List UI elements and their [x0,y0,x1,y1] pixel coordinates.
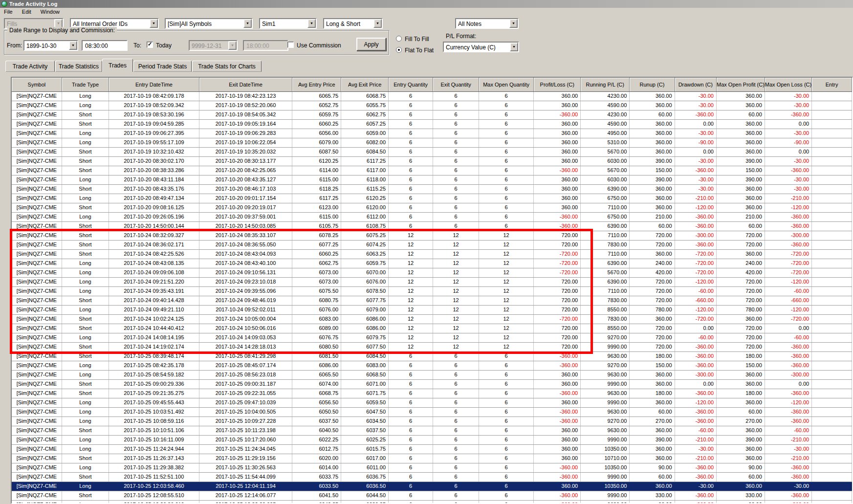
table-row[interactable]: [Sim]NQZ7-CMELong2017-10-25 10:16:11.009… [12,435,852,444]
table-row[interactable]: [Sim]NQZ7-CMELong2017-10-20 09:26:05.196… [12,212,852,221]
tab-period-trade-stats[interactable]: Period Trade Stats [133,61,192,72]
table-row[interactable]: [Sim]NQZ7-CMEShort2017-10-24 10:02:24.12… [12,314,852,324]
table-row[interactable]: [Sim]NQZ7-CMELong2017-10-24 09:21:51.220… [12,277,852,286]
menu-item-file[interactable]: File [0,8,17,15]
table-row[interactable]: [Sim]NQZ7-CMEShort2017-10-19 08:53:30.19… [12,110,852,119]
table-row[interactable]: [Sim]NQZ7-CMEShort2017-10-19 10:32:10.43… [12,147,852,156]
fill-to-fill-radio[interactable] [396,36,402,42]
column-header[interactable]: Symbol [12,78,62,91]
chevron-down-icon [373,19,382,28]
from-time-input[interactable]: 08:30:00 [82,40,128,51]
menu-item-edit[interactable]: Edit [18,8,35,15]
table-row[interactable]: [Sim]NQZ7-CMELong2017-10-25 09:45:55.443… [12,398,852,407]
chevron-down-icon [307,19,316,28]
flat-to-flat-radio[interactable] [396,47,402,53]
use-commission-label[interactable]: Use Commission [297,42,341,49]
table-row[interactable]: [Sim]NQZ7-CMELong2017-10-25 11:29:38.382… [12,463,852,472]
table-row[interactable]: [Sim]NQZ7-CMELong2017-10-25 10:08:59.116… [12,416,852,426]
table-row[interactable]: [Sim]NQZ7-CMEShort2017-10-24 08:36:02.17… [12,240,852,249]
column-header[interactable]: Runup (C) [630,78,675,91]
table-row[interactable]: [Sim]NQZ7-CMEShort2017-10-25 11:26:37.14… [12,454,852,463]
table-row[interactable]: [Sim]NQZ7-CMEShort2017-10-25 11:52:51.10… [12,472,852,482]
table-row[interactable]: [Sim]NQZ7-CMEShort2017-10-25 10:10:51.10… [12,426,852,435]
tab-trades[interactable]: Trades [102,59,133,72]
today-checkbox[interactable] [147,42,153,48]
table-row[interactable]: [Sim]NQZ7-CMELong2017-10-20 08:49:47.134… [12,194,852,203]
column-header[interactable]: Entry Quantity [389,78,433,91]
notes-dropdown[interactable]: All Notes [455,18,519,29]
table-row[interactable]: [Sim]NQZ7-CMELong2017-10-24 09:49:21.110… [12,305,852,314]
table-header-row: SymbolTrade TypeEntry DateTimeExit DateT… [12,78,852,91]
table-row[interactable]: [Sim]NQZ7-CMEShort2017-10-20 09:08:16.12… [12,203,852,212]
table-row[interactable]: [Sim]NQZ7-CMELong2017-10-19 08:42:09.178… [12,91,852,101]
column-header[interactable]: Entry DateTime [109,78,199,91]
column-header[interactable]: Entry [812,78,852,91]
table-row[interactable]: [Sim]NQZ7-CMEShort2017-10-20 08:38:33.28… [12,166,852,175]
use-commission-checkbox[interactable] [287,42,294,48]
column-header[interactable]: Max Open Quantity [479,78,533,91]
title-bar[interactable]: Trade Activity Log [0,0,853,8]
table-row[interactable]: [Sim]NQZ7-CMELong2017-10-25 08:42:35.178… [12,361,852,370]
table-row[interactable]: [Sim]NQZ7-CMEShort2017-10-24 10:44:40.41… [12,324,852,333]
table-row[interactable]: [Sim]NQZ7-CMEShort2017-10-20 08:30:02.17… [12,156,852,166]
apply-button[interactable]: Apply [356,38,386,51]
to-label: To: [133,42,141,49]
table-row[interactable]: [Sim]NQZ7-CMELong2017-10-20 08:43:11.184… [12,175,852,184]
column-header[interactable]: Profit/Loss (C) [534,78,581,91]
flat-to-flat-label[interactable]: Flat To Flat [405,47,434,54]
column-header[interactable]: Trade Type [62,78,109,91]
table-row[interactable]: [Sim]NQZ7-CMELong2017-10-24 14:08:14.195… [12,333,852,342]
table-row[interactable]: [Sim]NQZ7-CMEShort2017-10-20 08:43:35.17… [12,184,852,194]
table-row[interactable]: [Sim]NQZ7-CMELong2017-10-25 08:54:59.182… [12,370,852,379]
pl-format-dropdown[interactable]: Currency Value (C) [443,42,519,52]
today-checkbox-label[interactable]: Today [156,42,172,49]
table-row[interactable]: [Sim]NQZ7-CMEShort2017-10-24 08:32:09.32… [12,231,852,240]
column-header[interactable]: Max Open Profit (C) [717,78,765,91]
direction-dropdown[interactable]: Long & Short [323,18,383,29]
trade-activity-log-window: Trade Activity Log File Edit Window Fill… [0,0,853,504]
table-row[interactable]: [Sim]NQZ7-CMELong2017-10-25 12:20:36.010… [12,500,852,504]
app-icon [1,1,7,7]
table-row[interactable]: [Sim]NQZ7-CMEShort2017-10-24 09:40:14.42… [12,296,852,305]
table-row[interactable]: [Sim]NQZ7-CMEShort2017-10-19 09:04:59.28… [12,119,852,129]
table-row[interactable]: [Sim]NQZ7-CMELong2017-10-24 09:09:06.108… [12,268,852,277]
table-row[interactable]: [Sim]NQZ7-CMEShort2017-10-24 08:42:25.52… [12,249,852,259]
trades-table: SymbolTrade TypeEntry DateTimeExit DateT… [12,78,852,504]
from-date-dropdown[interactable]: 1899-10-30 [23,40,78,51]
account-dropdown[interactable]: Sim1 [259,18,317,29]
window-title: Trade Activity Log [9,1,58,7]
tab-trade-activity[interactable]: Trade Activity [5,61,55,72]
column-header[interactable]: Exit DateTime [199,78,292,91]
column-header[interactable]: Exit Quantity [433,78,479,91]
table-row[interactable]: [Sim]NQZ7-CMEShort2017-10-25 12:08:55.51… [12,491,852,500]
table-row[interactable]: [Sim]NQZ7-CMEShort2017-10-25 09:21:35.27… [12,389,852,398]
from-label: From: [7,42,22,49]
table-row[interactable]: [Sim]NQZ7-CMEShort2017-10-24 14:19:02.17… [12,342,852,351]
table-row[interactable]: [Sim]NQZ7-CMELong2017-10-25 12:03:58.460… [12,482,852,491]
menu-bar: File Edit Window [0,8,853,16]
table-row[interactable]: [Sim]NQZ7-CMELong2017-10-25 11:24:24.944… [12,444,852,454]
table-row[interactable]: [Sim]NQZ7-CMELong2017-10-19 09:55:17.109… [12,138,852,147]
table-row[interactable]: [Sim]NQZ7-CMEShort2017-10-25 09:00:29.33… [12,379,852,389]
tab-trade-statistics[interactable]: Trade Statistics [55,61,102,72]
table-row[interactable]: [Sim]NQZ7-CMELong2017-10-24 08:43:08.135… [12,259,852,268]
table-row[interactable]: [Sim]NQZ7-CMELong2017-10-19 08:52:09.342… [12,101,852,110]
chevron-down-icon [509,19,518,28]
column-header[interactable]: Running P/L (C) [581,78,630,91]
column-header[interactable]: Avg Entry Price [292,78,341,91]
table-row[interactable]: [Sim]NQZ7-CMEShort2017-10-20 14:50:00.14… [12,221,852,231]
chevron-down-icon [69,41,77,50]
table-row[interactable]: [Sim]NQZ7-CMEShort2017-10-25 08:39:48.17… [12,351,852,361]
menu-item-window[interactable]: Window [37,8,64,15]
table-row[interactable]: [Sim]NQZ7-CMELong2017-10-24 09:35:43.191… [12,286,852,296]
fill-to-fill-label[interactable]: Fill To Fill [405,36,429,43]
pl-format-label: P/L Format: [446,33,476,40]
chevron-down-icon [510,43,518,51]
column-header[interactable]: Max Open Loss (C) [765,78,811,91]
symbols-dropdown[interactable]: [Sim]All Symbols [165,18,253,29]
tab-trade-stats-for-charts[interactable]: Trade Stats for Charts [192,61,262,72]
column-header[interactable]: Drawdown (C) [675,78,716,91]
table-row[interactable]: [Sim]NQZ7-CMELong2017-10-19 09:06:27.395… [12,129,852,138]
column-header[interactable]: Avg Exit Price [341,78,389,91]
table-row[interactable]: [Sim]NQZ7-CMELong2017-10-25 10:03:51.492… [12,407,852,416]
